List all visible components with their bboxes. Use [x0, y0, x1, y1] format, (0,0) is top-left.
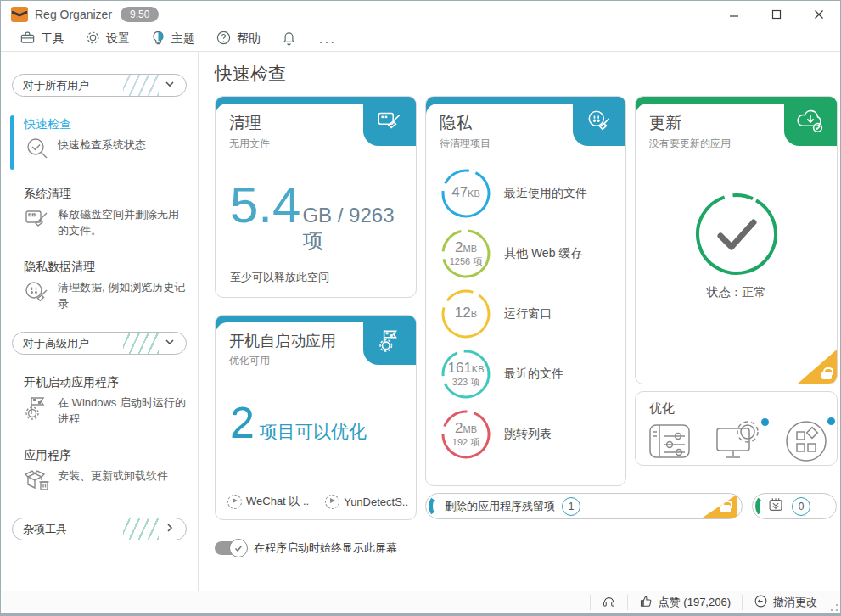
toolbar: 工具 设置 主题 帮助 ... [1, 27, 840, 52]
card-title: 清理 [229, 112, 363, 134]
minimize-button[interactable] [713, 1, 755, 27]
item-title: 系统清理 [24, 187, 187, 202]
card-title: 优化 [649, 400, 675, 417]
sidebar-item-startup-apps[interactable]: 开机启动应用程序 在 Windows 启动时运行的进程 [12, 375, 187, 428]
question-icon [216, 30, 232, 48]
sidebar-group-advanced-users[interactable]: 对于高级用户 [12, 332, 187, 355]
app-leftovers-bar[interactable]: 删除的应用程序残留项 1 [425, 493, 743, 519]
notification-dot [761, 418, 769, 426]
apps-manager-icon[interactable] [784, 419, 828, 466]
tools-menu-label: 工具 [41, 31, 64, 47]
autorun-gear-icon [227, 495, 242, 509]
group-label: 对于高级用户 [23, 336, 89, 351]
show-on-startup-toggle-row: 在程序启动时始终显示此屏幕 [215, 540, 397, 556]
startup-app-entry[interactable]: WeChat 以 ... [227, 494, 310, 509]
headphones-icon [602, 594, 616, 611]
undo-label: 撤消更改 [773, 595, 817, 610]
privacy-item-label: 最近的文件 [504, 367, 563, 382]
sidebar-item-privacy-cleanup[interactable]: 隐私数据清理 清理数据, 例如浏览历史记录 [12, 260, 187, 312]
leftovers-count: 1 [562, 497, 580, 516]
privacy-item-jump-lists[interactable]: 2MB192 项 跳转列表 [440, 404, 617, 464]
chevron-right-icon [164, 522, 176, 536]
sidebar-group-all-users[interactable]: 对于所有用户 [12, 74, 187, 97]
privacy-item-label: 运行窗口 [504, 306, 552, 322]
optimize-card[interactable]: 优化 [635, 391, 838, 466]
app-title: Reg Organizer [35, 8, 112, 21]
privacy-item-label: 其他 Web 缓存 [504, 246, 582, 261]
item-title: 开机启动应用程序 [24, 375, 187, 390]
privacy-item-recent-used-files[interactable]: 47KB 最近使用的文件 [440, 163, 617, 223]
autorun-gear-icon [325, 495, 339, 509]
sidebar-item-applications[interactable]: 应用程序 安装、更新或卸载软件 [12, 448, 187, 497]
item-title: 应用程序 [24, 448, 187, 463]
settings-button[interactable]: 设置 [75, 27, 140, 51]
sidebar-item-quick-check[interactable]: 快速检查 快速检查系统状态 [12, 117, 187, 166]
app-logo-icon [11, 7, 28, 22]
startup-apps-icon [24, 394, 51, 428]
chevron-down-icon [164, 78, 176, 92]
privacy-card[interactable]: 隐私 待清理项目 47KB 最近使用的文件 2MB1256 [425, 96, 626, 486]
tools-menu-button[interactable]: 工具 [9, 27, 75, 51]
bell-icon [281, 30, 297, 48]
card-title: 更新 [649, 112, 784, 134]
cleanup-broom-icon [363, 97, 416, 146]
update-card[interactable]: 更新 没有要更新的应用 状态：正常 [635, 96, 838, 384]
size-ring: 2MB1256 项 [440, 227, 492, 280]
privacy-item-web-cache[interactable]: 2MB1256 项 其他 Web 缓存 [440, 223, 617, 283]
privacy-item-label: 最近使用的文件 [504, 186, 587, 201]
cleanup-footnote: 至少可以释放此空间 [230, 270, 329, 285]
cleanup-card[interactable]: 清理 无用文件 5.4 GB / 9263 项 至少可以释放此空间 [215, 96, 417, 298]
notification-dot [827, 417, 835, 425]
status-ok-check-icon [692, 190, 781, 282]
startup-card[interactable]: 开机自启动应用 优化可用 2 项目可以优化 WeChat 以 ... YunDe… [215, 315, 417, 520]
item-subtitle: 清理数据, 例如浏览历史记录 [58, 278, 187, 312]
card-subtitle: 待清理项目 [440, 137, 573, 151]
startup-app-entry[interactable]: YunDetectS... [325, 494, 409, 509]
stripes-decoration [123, 74, 159, 97]
main-content: 快速检查 清理 无用文件 5.4 GB / 9263 项 至少可以释放此空间 [199, 52, 840, 591]
cleanup-size-value: 5.4 [230, 180, 300, 231]
sidebar-item-system-cleanup[interactable]: 系统清理 释放磁盘空间并删除无用的文件。 [12, 187, 187, 239]
size-ring: 12B [440, 288, 492, 340]
maximize-button[interactable] [755, 1, 798, 27]
sidebar-group-misc-tools[interactable]: 杂项工具 [12, 518, 187, 540]
startup-count-value: 2 [230, 400, 255, 445]
page-title: 快速检查 [215, 62, 286, 86]
update-cloud-icon [784, 97, 837, 146]
help-button[interactable]: 帮助 [205, 27, 271, 51]
resize-grip[interactable] [830, 603, 838, 612]
accent-arc [755, 496, 771, 517]
item-subtitle: 在 Windows 启动时运行的进程 [58, 394, 187, 428]
settings-label: 设置 [106, 31, 130, 47]
undo-icon [754, 594, 768, 611]
item-subtitle: 安装、更新或卸载软件 [58, 467, 168, 497]
support-button[interactable] [590, 595, 627, 610]
card-subtitle: 无用文件 [229, 137, 363, 151]
privacy-broom-icon [573, 97, 625, 146]
app-window: Reg Organizer 9.50 工具 设置 [0, 0, 841, 616]
theme-button[interactable]: 主题 [140, 27, 205, 51]
thumbs-up-icon [639, 594, 653, 611]
like-button[interactable]: 点赞 (197,206) [627, 595, 742, 610]
stripes-decoration [123, 518, 159, 540]
locked-feature-corner[interactable] [703, 495, 737, 518]
system-tweaks-icon[interactable] [715, 420, 762, 466]
undo-changes-button[interactable]: 撤消更改 [742, 595, 828, 610]
toggle-label: 在程序启动时始终显示此屏幕 [254, 540, 397, 556]
settings-panel-icon[interactable] [648, 422, 692, 464]
close-button[interactable] [798, 1, 840, 27]
sidebar: 对于所有用户 快速检查 快速检查系统状态 系统清理 [1, 52, 199, 591]
notifications-button[interactable] [271, 27, 307, 51]
privacy-item-recent-files[interactable]: 161KB323 项 最近的文件 [440, 344, 617, 404]
item-subtitle: 释放磁盘空间并删除无用的文件。 [58, 205, 187, 239]
privacy-cleanup-icon [24, 278, 51, 312]
more-menu-button[interactable]: ... [307, 32, 349, 46]
privacy-item-run-windows[interactable]: 12B 运行窗口 [440, 283, 617, 344]
startup-app-name: YunDetectS... [344, 496, 409, 508]
locked-feature-corner[interactable] [798, 350, 837, 384]
group-label: 对于所有用户 [23, 78, 89, 93]
startup-app-name: WeChat 以 ... [246, 494, 310, 509]
toggle-switch[interactable] [215, 541, 245, 555]
deep-scan-bar[interactable]: 0 [752, 493, 837, 519]
update-status-text: 状态：正常 [636, 285, 837, 300]
